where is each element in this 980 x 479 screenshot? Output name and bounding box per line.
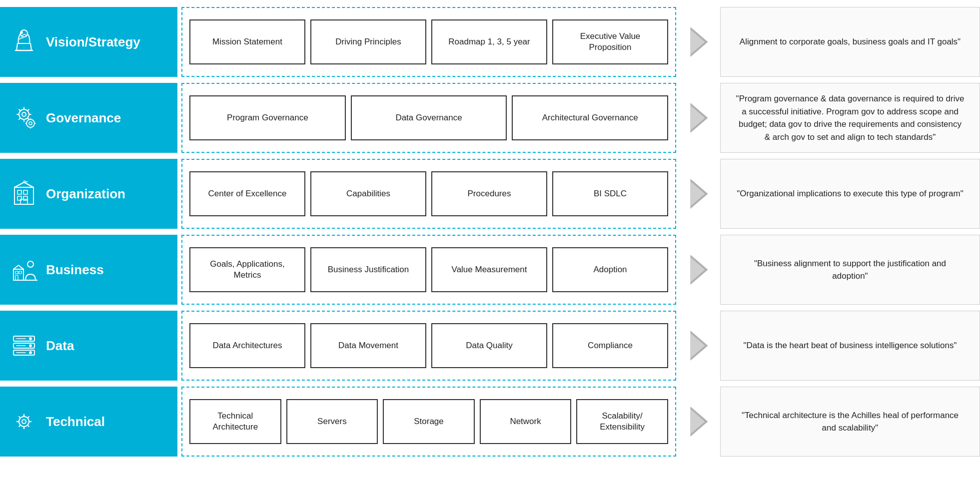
- svg-rect-14: [17, 196, 21, 200]
- label-cell-organization: Organization: [0, 159, 177, 229]
- description-governance: "Program governance & data governance is…: [720, 83, 980, 153]
- svg-rect-13: [23, 190, 27, 194]
- boxes-area-business: Goals, Applications, MetricsBusiness Jus…: [181, 235, 676, 305]
- box-business-2: Value Measurement: [431, 247, 547, 292]
- box-data-0: Data Architectures: [189, 323, 305, 368]
- box-business-0: Goals, Applications, Metrics: [189, 247, 305, 292]
- svg-point-6: [22, 112, 26, 116]
- label-text-technical: Technical: [46, 414, 105, 430]
- arrow-organization: [680, 159, 720, 229]
- business-icon: [9, 255, 39, 285]
- box-organization-0: Center of Excellence: [189, 171, 305, 216]
- label-cell-business: Business: [0, 235, 177, 305]
- svg-point-2: [20, 31, 22, 33]
- box-technical-0: Technical Architecture: [189, 399, 281, 444]
- label-text-business: Business: [46, 262, 104, 278]
- svg-rect-12: [17, 190, 21, 194]
- description-data: "Data is the heart beat of business inte…: [720, 311, 980, 381]
- box-data-2: Data Quality: [431, 323, 547, 368]
- arrow-data: [680, 311, 720, 381]
- row-data: DataData ArchitecturesData MovementData …: [0, 311, 980, 381]
- label-text-organization: Organization: [46, 186, 125, 202]
- box-business-1: Business Justification: [310, 247, 426, 292]
- row-business: BusinessGoals, Applications, MetricsBusi…: [0, 235, 980, 305]
- svg-rect-20: [13, 269, 23, 280]
- box-technical-4: Scalability/ Extensibility: [576, 399, 668, 444]
- governance-icon: [9, 103, 39, 133]
- box-data-1: Data Movement: [310, 323, 426, 368]
- box-organization-2: Procedures: [431, 171, 547, 216]
- svg-rect-11: [14, 187, 33, 204]
- boxes-area-organization: Center of ExcellenceCapabilitiesProcedur…: [181, 159, 676, 229]
- arrow-vision-strategy: [680, 7, 720, 77]
- label-cell-vision-strategy: Vision/Strategy: [0, 7, 177, 77]
- label-cell-technical: Technical: [0, 387, 177, 457]
- box-organization-3: BI SDLC: [552, 171, 668, 216]
- row-vision-strategy: Vision/StrategyMission StatementDriving …: [0, 7, 980, 77]
- row-organization: OrganizationCenter of ExcellenceCapabili…: [0, 159, 980, 229]
- svg-rect-15: [23, 196, 27, 200]
- box-vision-strategy-0: Mission Statement: [189, 19, 305, 64]
- data-icon: [9, 331, 39, 361]
- svg-point-31: [29, 338, 31, 340]
- label-text-governance: Governance: [46, 110, 121, 126]
- box-governance-2: Architectural Governance: [512, 95, 668, 140]
- row-governance: GovernanceProgram GovernanceData Governa…: [0, 83, 980, 153]
- description-vision-strategy: Alignment to corporate goals, business g…: [720, 7, 980, 77]
- box-technical-2: Storage: [383, 399, 475, 444]
- technical-icon: [9, 407, 39, 437]
- svg-point-40: [22, 420, 26, 424]
- box-technical-3: Network: [480, 399, 572, 444]
- svg-point-33: [29, 352, 31, 354]
- boxes-area-vision-strategy: Mission StatementDriving PrinciplesRoadm…: [181, 7, 676, 77]
- box-governance-1: Data Governance: [351, 95, 507, 140]
- organization-icon: [9, 179, 39, 209]
- framework-container: Vision/StrategyMission StatementDriving …: [0, 0, 980, 464]
- label-cell-governance: Governance: [0, 83, 177, 153]
- label-cell-data: Data: [0, 311, 177, 381]
- boxes-area-data: Data ArchitecturesData MovementData Qual…: [181, 311, 676, 381]
- row-technical: TechnicalTechnical ArchitectureServersSt…: [0, 387, 980, 457]
- arrow-technical: [680, 387, 720, 457]
- svg-point-32: [29, 345, 31, 347]
- description-technical: "Technical architecture is the Achilles …: [720, 387, 980, 457]
- box-vision-strategy-1: Driving Principles: [310, 19, 426, 64]
- svg-rect-23: [15, 275, 18, 280]
- box-vision-strategy-2: Roadmap 1, 3, 5 year: [431, 19, 547, 64]
- svg-point-8: [29, 122, 32, 125]
- svg-point-7: [26, 119, 34, 127]
- arrow-business: [680, 235, 720, 305]
- label-text-data: Data: [46, 338, 74, 354]
- boxes-area-technical: Technical ArchitectureServersStorageNetw…: [181, 387, 676, 457]
- box-technical-1: Servers: [286, 399, 378, 444]
- box-organization-1: Capabilities: [310, 171, 426, 216]
- description-organization: "Organizational implications to execute …: [720, 159, 980, 229]
- arrow-governance: [680, 83, 720, 153]
- label-text-vision-strategy: Vision/Strategy: [46, 34, 140, 50]
- svg-rect-22: [19, 271, 21, 274]
- chess-icon: [9, 27, 39, 57]
- svg-rect-21: [15, 271, 18, 274]
- box-governance-0: Program Governance: [189, 95, 346, 140]
- svg-point-24: [27, 261, 33, 267]
- description-business: "Business alignment to support the justi…: [720, 235, 980, 305]
- boxes-area-governance: Program GovernanceData GovernanceArchite…: [181, 83, 676, 153]
- box-business-3: Adoption: [552, 247, 668, 292]
- box-data-3: Compliance: [552, 323, 668, 368]
- box-vision-strategy-3: Executive Value Proposition: [552, 19, 668, 64]
